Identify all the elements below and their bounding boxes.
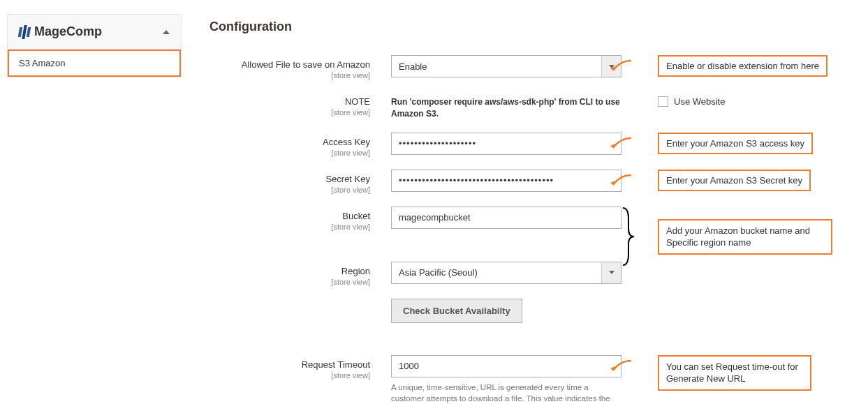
brand-label: MageComp <box>34 24 102 39</box>
use-website-checkbox[interactable] <box>658 96 668 107</box>
main-content: Configuration Allowed File to save on Am… <box>203 14 868 404</box>
sidebar: MageComp S3 Amazon <box>7 14 182 77</box>
callout-bucket-region: Add your Amazon bucket name and Specific… <box>658 219 832 255</box>
note-text: Run 'composer require aws/aws-sdk-php' f… <box>391 92 621 120</box>
callout-allowed: Enable or disable extension from here <box>658 55 827 77</box>
region-value: Asia Pacific (Seoul) <box>392 267 485 278</box>
sidebar-item-label: S3 Amazon <box>19 58 66 68</box>
scope-bucket: [store view] <box>209 223 370 231</box>
chevron-up-icon <box>163 30 170 34</box>
scope-allowed: [store view] <box>209 71 370 80</box>
page-title: Configuration <box>209 20 868 34</box>
label-region: Region <box>341 266 370 276</box>
access-key-input[interactable] <box>391 133 621 155</box>
label-bucket: Bucket <box>342 211 370 221</box>
use-website-row[interactable]: Use Website <box>658 92 725 107</box>
scope-region: [store view] <box>209 278 370 286</box>
label-access-key: Access Key <box>323 137 370 147</box>
callout-access-key: Enter your Amazon S3 access key <box>658 133 813 154</box>
label-timeout: Request Timeout <box>302 359 370 370</box>
annotation-arrow-icon <box>610 359 634 375</box>
callout-secret-key: Enter your Amazon S3 Secret key <box>658 170 811 191</box>
region-select[interactable]: Asia Pacific (Seoul) <box>391 262 621 284</box>
annotation-arrow-icon <box>610 59 634 75</box>
logo-icon <box>19 25 30 39</box>
label-secret-key: Secret Key <box>325 174 370 184</box>
label-note: NOTE <box>345 96 370 107</box>
use-website-label: Use Website <box>674 96 725 107</box>
annotation-arrow-icon <box>610 174 634 189</box>
callout-timeout: You can set Request time-out for Generat… <box>658 355 811 391</box>
request-timeout-input[interactable] <box>391 355 621 377</box>
chevron-down-icon <box>601 262 621 283</box>
sidebar-item-s3-amazon[interactable]: S3 Amazon <box>8 50 181 77</box>
bucket-input[interactable] <box>391 207 621 229</box>
allowed-file-value: Enable <box>392 61 434 72</box>
scope-note: [store view] <box>209 108 370 117</box>
label-allowed-file: Allowed File to save on Amazon <box>242 59 370 70</box>
secret-key-input[interactable] <box>391 170 621 192</box>
brace-icon <box>620 207 635 267</box>
allowed-file-select[interactable]: Enable <box>391 55 621 77</box>
sidebar-section-header[interactable]: MageComp <box>8 15 181 50</box>
scope-secret-key: [store view] <box>209 186 370 194</box>
scope-timeout: [store view] <box>209 371 370 380</box>
scope-access-key: [store view] <box>209 149 370 157</box>
timeout-help-text: A unique, time-sensitive, URL is generat… <box>391 382 621 404</box>
brand-logo: MageComp <box>19 24 102 39</box>
annotation-arrow-icon <box>610 137 634 152</box>
check-bucket-button[interactable]: Check Bucket Availabilty <box>391 299 522 323</box>
